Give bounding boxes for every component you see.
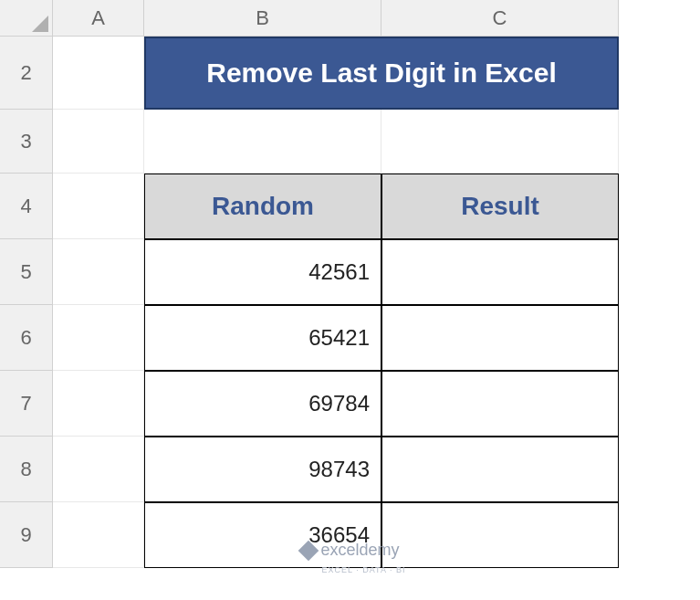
row-header-3[interactable]: 3 [0, 110, 53, 174]
cell-c8[interactable] [381, 437, 619, 502]
cell-c3[interactable] [381, 110, 619, 174]
row-header-2[interactable]: 2 [0, 37, 53, 110]
row-header-7[interactable]: 7 [0, 371, 53, 437]
cell-a5[interactable] [53, 239, 144, 305]
watermark: exceldemy [300, 541, 399, 560]
cell-a7[interactable] [53, 371, 144, 437]
select-all-corner[interactable] [0, 0, 53, 37]
row-header-4[interactable]: 4 [0, 174, 53, 239]
cell-a8[interactable] [53, 437, 144, 502]
cell-b3[interactable] [144, 110, 381, 174]
cell-a6[interactable] [53, 305, 144, 371]
cell-c6[interactable] [381, 305, 619, 371]
cell-c7[interactable] [381, 371, 619, 437]
cell-a9[interactable] [53, 502, 144, 568]
watermark-text: exceldemy [320, 541, 399, 560]
col-header-a[interactable]: A [53, 0, 144, 37]
cell-c9[interactable] [381, 502, 619, 568]
cell-b5[interactable]: 42561 [144, 239, 381, 305]
cell-b7[interactable]: 69784 [144, 371, 381, 437]
cell-c5[interactable] [381, 239, 619, 305]
cell-b6[interactable]: 65421 [144, 305, 381, 371]
watermark-logo-icon [298, 540, 319, 561]
table-header-random[interactable]: Random [144, 174, 381, 239]
spreadsheet-grid[interactable]: A B C 2 Remove Last Digit in Excel 3 4 R… [0, 0, 700, 568]
col-header-b[interactable]: B [144, 0, 381, 37]
cell-a4[interactable] [53, 174, 144, 239]
col-header-c[interactable]: C [381, 0, 619, 37]
cell-a3[interactable] [53, 110, 144, 174]
cell-b8[interactable]: 98743 [144, 437, 381, 502]
cell-a2[interactable] [53, 37, 144, 110]
watermark-sub: EXCEL · DATA · BI [322, 565, 406, 574]
row-header-8[interactable]: 8 [0, 437, 53, 502]
row-header-6[interactable]: 6 [0, 305, 53, 371]
row-header-9[interactable]: 9 [0, 502, 53, 568]
row-header-5[interactable]: 5 [0, 239, 53, 305]
table-header-result[interactable]: Result [381, 174, 619, 239]
title-cell[interactable]: Remove Last Digit in Excel [144, 37, 619, 110]
